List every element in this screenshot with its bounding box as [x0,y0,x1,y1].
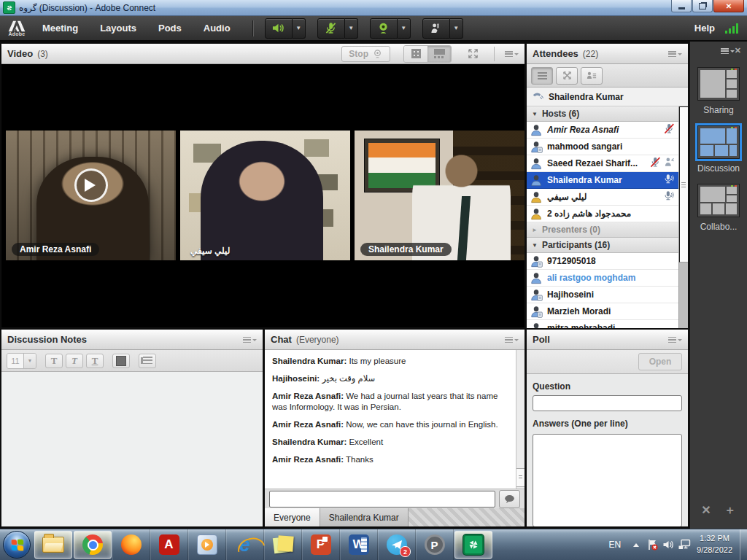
psiphon-icon: P [425,534,445,555]
fullscreen-button[interactable] [463,46,482,62]
chat-pod-menu-icon[interactable] [505,335,519,343]
taskbar-powerpoint[interactable]: P [302,529,340,560]
taskbar-explorer[interactable] [34,531,72,559]
attendee-avatar [530,322,543,329]
language-indicator[interactable]: EN [601,540,628,550]
chat-scrollbar[interactable] [516,350,525,489]
menu-layouts[interactable]: Layouts [100,23,136,34]
network-icon[interactable] [676,529,692,560]
chat-scope: (Everyone) [296,335,339,345]
window-titlebar: گروه (Discussion) - Adobe Connect ✕ [0,0,747,16]
chat-text: سلام وقت بخیر [322,374,375,383]
poll-answers-textarea[interactable] [533,434,682,526]
sidebar-layout-sharing[interactable]: Sharing [690,67,747,115]
minimize-button[interactable] [671,0,692,12]
taskbar-firefox[interactable] [112,529,150,560]
restore-button[interactable] [692,0,713,12]
attendee-row[interactable]: Amir Reza Asnafi [527,122,678,139]
microphone-dropdown[interactable]: ▼ [345,18,358,39]
action-center-flag-icon[interactable] [644,529,660,560]
layout-sidebar-close-icon[interactable]: ✕ [735,46,741,55]
chat-input[interactable] [269,491,495,508]
taskbar-wmp[interactable] [188,529,226,560]
attendee-row[interactable]: Saeed Rezaei Sharif... [527,155,678,172]
attendee-status-icons [650,157,675,171]
menu-audio[interactable]: Audio [204,23,231,34]
chat-input-row [265,489,525,508]
breakout-view-button[interactable] [556,67,578,85]
attendee-avatar [530,191,543,203]
speaker-button[interactable] [265,18,293,39]
taskbar-sticky-notes[interactable] [264,529,302,560]
active-speaker-row: Shailendra Kumar [527,88,688,106]
raise-hand-button[interactable] [422,18,450,39]
chat-tab-shailendra-kumar[interactable]: Shailendra Kumar [320,508,409,526]
attendees-section-hosts[interactable]: ▼ Hosts (6) [527,106,678,122]
webcam-button[interactable] [370,18,398,39]
chat-tab-everyone[interactable]: Everyone [265,508,320,526]
attendee-row[interactable]: mahmood sangari [527,139,678,155]
raise-hand-dropdown[interactable]: ▼ [450,18,463,39]
adobe-logo: Adobe [7,20,26,36]
add-layout-icon[interactable]: ＋ [724,503,736,518]
notes-pod-menu-icon[interactable] [243,335,257,343]
attendee-avatar [530,289,543,301]
stop-webcam-button[interactable]: Stop [341,46,390,62]
poll-toolbar: Open [527,350,688,374]
attendee-row[interactable]: ليلي سيفي [527,189,678,206]
help-menu[interactable]: Help [694,23,715,34]
attendee-row[interactable]: ali rastgoo moghdam [527,270,678,287]
play-button[interactable] [74,168,108,202]
poll-question-input[interactable] [533,395,682,411]
notes-editor-area[interactable] [1,372,263,526]
taskbar-clock[interactable]: 1:32 PM 9/28/2022 [692,533,740,556]
taskbar-acrobat[interactable]: A [150,529,188,560]
bullet-list-button [139,354,156,368]
attendee-row[interactable]: Marzieh Moradi [527,303,678,320]
poll-pod-menu-icon[interactable] [668,335,682,343]
speaker-dropdown[interactable]: ▼ [293,18,306,39]
layout-sidebar-menu-icon[interactable] [721,47,735,55]
poll-pod-header: Poll [527,330,688,350]
start-button[interactable] [3,531,31,559]
video-pod-menu-icon[interactable] [505,50,519,58]
microphone-muted-button[interactable] [317,18,345,39]
grid-view-button[interactable] [404,46,427,62]
menu-pods[interactable]: Pods [158,23,182,34]
send-message-button[interactable] [499,490,520,508]
menu-meeting[interactable]: Meeting [42,23,78,34]
chat-message: Amir Reza Asnafi: Now, we can have this … [272,419,508,430]
attendees-pod-menu-icon[interactable] [668,50,682,58]
attendee-row[interactable]: 9712905018 [527,253,678,270]
windows-logo-icon [11,539,23,551]
sidebar-layout-collaboration[interactable]: Collabo... [690,184,747,232]
attendee-row[interactable]: محمدجواد هاشم زاده 2 [527,206,678,222]
taskbar-ie[interactable]: e [226,529,264,560]
taskbar-psiphon[interactable]: P [416,529,454,560]
hidden-icons-arrow[interactable] [628,529,644,560]
webcam-control: ▼ [370,18,411,39]
attendee-status-view-button[interactable] [581,67,603,85]
attendee-row[interactable]: mitra mehrabadi [527,320,678,328]
taskbar-telegram[interactable]: 2 [378,529,416,560]
filmstrip-view-button[interactable] [427,46,451,62]
show-desktop-button[interactable] [740,529,747,560]
video-pod-count: (3) [37,49,48,59]
attendees-section-participants[interactable]: ▼ Participants (16) [527,238,678,253]
volume-icon[interactable] [660,529,676,560]
taskbar-adobe-connect[interactable] [454,531,492,559]
taskbar-word[interactable]: W [340,529,378,560]
attendees-scrollbar[interactable] [678,106,688,328]
mic-live-icon [663,174,675,187]
webcam-dropdown[interactable]: ▼ [398,18,411,39]
layout-tools-icon[interactable]: ✕ [701,503,711,518]
attendee-avatar [530,306,543,318]
sidebar-layout-discussion[interactable]: Discussion [690,125,747,174]
attendee-list-view-button[interactable] [531,67,553,85]
close-button[interactable]: ✕ [713,0,744,12]
attendee-row[interactable]: Hajihoseini [527,287,678,303]
attendee-row[interactable]: Shailendra Kumar [527,172,678,189]
video-feed: ليلي سيفي [180,131,350,260]
attendees-section-presenters[interactable]: ► Presenters (0) [527,222,678,238]
taskbar-chrome[interactable] [74,531,112,559]
